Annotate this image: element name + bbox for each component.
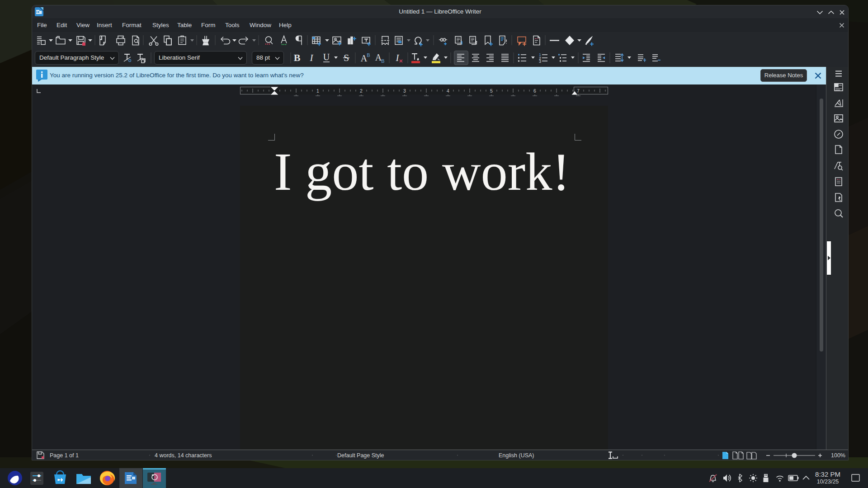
svg-text:B: B bbox=[381, 58, 384, 64]
svg-text:2: 2 bbox=[360, 88, 363, 94]
svg-text:6: 6 bbox=[533, 88, 536, 94]
svg-text:5: 5 bbox=[490, 88, 493, 94]
svg-text:B: B bbox=[367, 52, 370, 58]
svg-text:I: I bbox=[396, 52, 400, 63]
svg-text:1: 1 bbox=[316, 88, 319, 94]
svg-text:4: 4 bbox=[447, 88, 449, 94]
svg-text:7: 7 bbox=[577, 88, 580, 94]
svg-text:3: 3 bbox=[539, 59, 541, 64]
svg-text:B: B bbox=[294, 52, 301, 63]
svg-text:I: I bbox=[310, 52, 314, 63]
svg-text:U: U bbox=[323, 52, 330, 62]
svg-text:3: 3 bbox=[403, 88, 406, 94]
